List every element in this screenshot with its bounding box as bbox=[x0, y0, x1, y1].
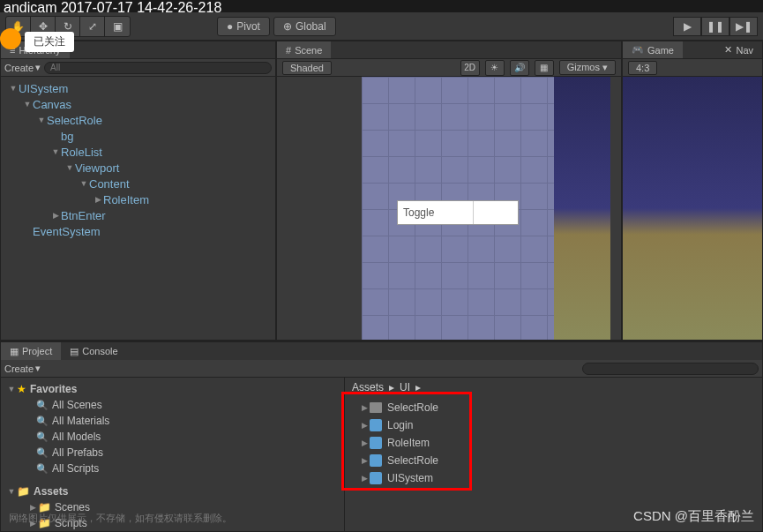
step-button[interactable]: ▶❚ bbox=[729, 17, 758, 36]
project-search[interactable] bbox=[582, 363, 759, 375]
favorite-item[interactable]: 🔍All Materials bbox=[1, 413, 344, 429]
scale-tool[interactable]: ⤢ bbox=[80, 17, 105, 36]
game-panel: 🎮 Game ✕ Nav 4:3 bbox=[622, 41, 763, 341]
hierarchy-item[interactable]: bg bbox=[1, 128, 275, 144]
avatar-icon bbox=[0, 28, 21, 49]
play-controls: ▶ ❚❚ ▶❚ bbox=[673, 17, 758, 36]
folder-tree: ▼★Favorites🔍All Scenes🔍All Materials🔍All… bbox=[1, 378, 345, 531]
aspect-dropdown[interactable]: 4:3 bbox=[628, 61, 657, 75]
pivot-button[interactable]: ●Pivot bbox=[217, 17, 270, 36]
asset-prefab[interactable]: ▶UISystem bbox=[345, 469, 762, 487]
hierarchy-tree: ▼UISystem▼Canvas▼SelectRolebg▼RoleList▼V… bbox=[1, 77, 275, 340]
scene-panel: # Scene Shaded 2D ☀ 🔊 ▦ Gizmos ▾ Toggle bbox=[276, 41, 622, 341]
global-button[interactable]: ⊕Global bbox=[273, 17, 336, 36]
follow-badge[interactable]: 已关注 bbox=[25, 32, 74, 52]
favorite-item[interactable]: 🔍All Scenes bbox=[1, 397, 344, 413]
tab-scene[interactable]: # Scene bbox=[277, 41, 331, 58]
play-button[interactable]: ▶ bbox=[673, 17, 701, 36]
shading-mode[interactable]: Shaded bbox=[282, 61, 332, 75]
hierarchy-item[interactable]: ▶BtnEnter bbox=[1, 207, 275, 223]
effects-icon[interactable]: ▦ bbox=[535, 60, 554, 76]
project-panel: ▦ Project ▤ Console Create ▾ ▼★Favorites… bbox=[0, 341, 763, 532]
breadcrumb-assets[interactable]: Assets bbox=[352, 381, 384, 393]
breadcrumb: Assets ▸ UI ▸ bbox=[345, 378, 762, 397]
light-icon[interactable]: ☀ bbox=[485, 60, 505, 76]
hierarchy-item[interactable]: ▼UISystem bbox=[1, 80, 275, 96]
tab-project[interactable]: ▦ Project bbox=[1, 342, 61, 360]
hierarchy-search[interactable] bbox=[44, 62, 272, 74]
gizmos-dropdown[interactable]: Gizmos ▾ bbox=[559, 60, 616, 75]
asset-prefab[interactable]: ▶SelectRole bbox=[345, 452, 762, 469]
game-preview-strip bbox=[554, 77, 610, 340]
rect-tool[interactable]: ▣ bbox=[105, 17, 130, 36]
tab-game[interactable]: 🎮 Game bbox=[623, 41, 683, 58]
audio-icon[interactable]: 🔊 bbox=[510, 60, 529, 76]
pause-button[interactable]: ❚❚ bbox=[701, 17, 729, 36]
asset-folder[interactable]: ▶SelectRole bbox=[345, 399, 762, 416]
hierarchy-panel: ≡ Hierarchy Create ▾ ▼UISystem▼Canvas▼Se… bbox=[0, 41, 276, 341]
hierarchy-item[interactable]: EventSystem bbox=[1, 223, 275, 239]
hierarchy-item[interactable]: ▶RoleItem bbox=[1, 191, 275, 207]
breadcrumb-ui[interactable]: UI bbox=[400, 381, 410, 393]
asset-prefab[interactable]: ▶RoleItem bbox=[345, 434, 762, 452]
favorite-item[interactable]: 🔍All Scripts bbox=[1, 461, 344, 476]
hierarchy-item[interactable]: ▼Viewport bbox=[1, 160, 275, 176]
asset-prefab[interactable]: ▶Login bbox=[345, 416, 762, 434]
project-create[interactable]: Create ▾ bbox=[4, 363, 41, 374]
footer-text: 网络图片仅供展示，不存储，如有侵权请联系删除。 bbox=[9, 512, 232, 525]
watermark: CSDN @百里香酚兰 bbox=[633, 508, 754, 525]
asset-list: ▶SelectRole ▶Login▶RoleItem▶SelectRole▶U… bbox=[345, 397, 762, 489]
hierarchy-create[interactable]: Create ▾ bbox=[4, 62, 41, 73]
ui-toggle-element[interactable]: Toggle bbox=[397, 200, 519, 225]
favorite-item[interactable]: 🔍All Models bbox=[1, 429, 344, 445]
scene-viewport[interactable]: Toggle bbox=[277, 77, 621, 340]
game-view[interactable] bbox=[623, 77, 762, 340]
favorites-header[interactable]: ▼★Favorites bbox=[1, 381, 344, 397]
hierarchy-item[interactable]: ▼SelectRole bbox=[1, 112, 275, 128]
window-titlebar: andicam 2017-07-17 14-42-26-218 bbox=[0, 0, 763, 12]
assets-root[interactable]: ▼📁Assets bbox=[1, 483, 344, 499]
main-toolbar: ✋ ✥ ↻ ⤢ ▣ ●Pivot ⊕Global ▶ ❚❚ ▶❚ bbox=[0, 12, 763, 41]
hierarchy-item[interactable]: ▼Canvas bbox=[1, 96, 275, 112]
tab-nav[interactable]: ✕ Nav bbox=[715, 41, 762, 58]
favorite-item[interactable]: 🔍All Prefabs bbox=[1, 445, 344, 461]
hierarchy-item[interactable]: ▼Content bbox=[1, 176, 275, 191]
hierarchy-item[interactable]: ▼RoleList bbox=[1, 144, 275, 160]
mode-2d[interactable]: 2D bbox=[460, 60, 480, 76]
tab-console[interactable]: ▤ Console bbox=[61, 342, 126, 360]
